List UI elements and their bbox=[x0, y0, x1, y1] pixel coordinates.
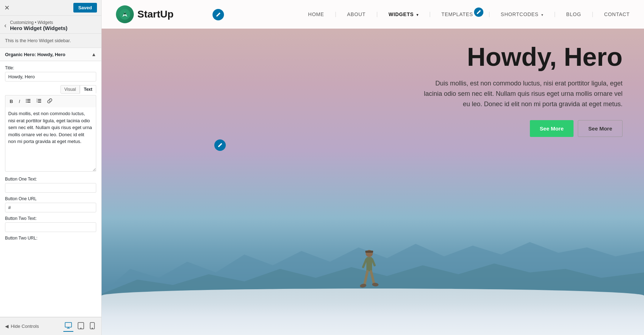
secondary-cta-button[interactable]: See More bbox=[578, 120, 623, 137]
hero-description: Duis mollis, est non commodo luctus, nis… bbox=[424, 78, 623, 109]
svg-rect-8 bbox=[38, 102, 41, 103]
nav-templates[interactable]: TEMPLATES ▾ bbox=[441, 11, 478, 18]
nav-contact[interactable]: CONTACT bbox=[604, 11, 630, 18]
svg-point-14 bbox=[80, 328, 81, 329]
back-button[interactable]: ‹ bbox=[4, 22, 6, 29]
bottom-bar: ◀ Hide Controls bbox=[0, 317, 101, 335]
text-tab[interactable]: Text bbox=[80, 85, 96, 94]
hero-section: StartUp HOME | ABOUT | WIDGETS ▾ | TEMPL… bbox=[102, 0, 644, 335]
svg-point-16 bbox=[92, 328, 93, 329]
svg-rect-20 bbox=[365, 251, 373, 253]
svg-rect-6 bbox=[38, 99, 41, 100]
nav-home[interactable]: HOME bbox=[308, 11, 324, 18]
unordered-list-button[interactable] bbox=[24, 97, 33, 106]
desktop-view-button[interactable] bbox=[63, 321, 73, 332]
svg-line-23 bbox=[372, 259, 375, 265]
svg-point-3 bbox=[26, 99, 26, 100]
button-two-url-label: Button Two URL: bbox=[5, 236, 96, 241]
nav-shortcodes[interactable]: SHORTCODES ▾ bbox=[501, 11, 543, 18]
svg-point-18 bbox=[124, 13, 126, 15]
logo-icon bbox=[116, 5, 134, 23]
button-one-text-label: Button One Text: bbox=[5, 177, 96, 182]
svg-text:3: 3 bbox=[36, 101, 38, 103]
preview-area: StartUp HOME | ABOUT | WIDGETS ▾ | TEMPL… bbox=[102, 0, 644, 335]
widget-collapse-button[interactable]: ▲ bbox=[91, 51, 96, 57]
button-one-text-input[interactable] bbox=[5, 183, 96, 193]
svg-rect-12 bbox=[65, 322, 72, 327]
widget-section: Organic Hero: Howdy, Hero ▲ Title: Visua… bbox=[0, 48, 101, 317]
link-button[interactable] bbox=[45, 97, 54, 106]
breadcrumb-title: Hero Widget (Widgets) bbox=[10, 25, 68, 31]
svg-point-4 bbox=[26, 100, 26, 101]
editor-tabs: Visual Text bbox=[5, 85, 96, 94]
body-text-editor[interactable]: Duis mollis, est non commodo luctus, nis… bbox=[5, 107, 96, 172]
editor-toolbar: B I 123 bbox=[5, 95, 96, 107]
hide-controls-button[interactable]: ◀ Hide Controls bbox=[5, 324, 39, 329]
italic-button[interactable]: I bbox=[16, 97, 22, 105]
title-input[interactable] bbox=[5, 72, 96, 82]
bold-button[interactable]: B bbox=[8, 97, 15, 105]
visual-tab[interactable]: Visual bbox=[60, 85, 80, 94]
logo-area: StartUp bbox=[116, 5, 174, 23]
nav-about[interactable]: ABOUT bbox=[347, 11, 366, 18]
svg-line-25 bbox=[371, 271, 374, 283]
sidebar-description: This is the Hero Widget sidebar. bbox=[0, 34, 101, 48]
widget-header[interactable]: Organic Hero: Howdy, Hero ▲ bbox=[0, 48, 101, 61]
hero-title: Howdy, Hero bbox=[424, 43, 623, 71]
svg-rect-0 bbox=[27, 99, 30, 100]
templates-edit-overlay[interactable] bbox=[474, 8, 483, 17]
hero-content-edit-overlay[interactable] bbox=[214, 139, 226, 151]
button-one-url-label: Button One URL bbox=[5, 196, 96, 201]
title-label: Title: bbox=[5, 65, 96, 70]
logo-text: StartUp bbox=[137, 9, 174, 20]
svg-line-24 bbox=[365, 271, 367, 284]
customizer-panel: ✕ Saved ‹ Customizing • Widgets Hero Wid… bbox=[0, 0, 102, 335]
primary-cta-button[interactable]: See More bbox=[530, 120, 574, 137]
hero-buttons: See More See More bbox=[424, 120, 623, 137]
breadcrumb-path: Customizing • Widgets bbox=[10, 20, 68, 25]
close-button[interactable]: ✕ bbox=[4, 5, 10, 11]
button-two-text-label: Button Two Text: bbox=[5, 216, 96, 221]
svg-rect-7 bbox=[38, 100, 41, 101]
tablet-view-button[interactable] bbox=[76, 321, 86, 331]
button-two-text-input[interactable] bbox=[5, 222, 96, 232]
ordered-list-button[interactable]: 123 bbox=[34, 97, 44, 106]
hide-controls-label: Hide Controls bbox=[11, 324, 39, 329]
saved-button[interactable]: Saved bbox=[73, 3, 97, 13]
svg-rect-1 bbox=[27, 100, 30, 101]
nav-blog[interactable]: BLOG bbox=[566, 11, 581, 18]
widget-form: Title: Visual Text B I 123 bbox=[0, 61, 101, 246]
device-switcher bbox=[63, 321, 96, 332]
button-one-url-input[interactable] bbox=[5, 203, 96, 212]
mobile-view-button[interactable] bbox=[88, 321, 96, 331]
svg-line-22 bbox=[363, 259, 366, 267]
chevron-left-icon: ◀ bbox=[5, 324, 9, 329]
svg-point-5 bbox=[26, 102, 26, 103]
top-bar: ✕ Saved bbox=[0, 0, 101, 16]
hero-content: Howdy, Hero Duis mollis, est non commodo… bbox=[424, 43, 623, 137]
nav-widgets[interactable]: WIDGETS ▾ bbox=[389, 11, 419, 18]
navigation-bar: StartUp HOME | ABOUT | WIDGETS ▾ | TEMPL… bbox=[102, 0, 644, 29]
widget-header-title: Organic Hero: Howdy, Hero bbox=[5, 52, 65, 57]
person-figure bbox=[357, 249, 382, 296]
breadcrumb-row: ‹ Customizing • Widgets Hero Widget (Wid… bbox=[0, 16, 101, 34]
nav-edit-overlay[interactable] bbox=[213, 9, 224, 20]
svg-rect-2 bbox=[27, 102, 30, 103]
nav-links: HOME | ABOUT | WIDGETS ▾ | TEMPLATES ▾ |… bbox=[308, 11, 630, 18]
